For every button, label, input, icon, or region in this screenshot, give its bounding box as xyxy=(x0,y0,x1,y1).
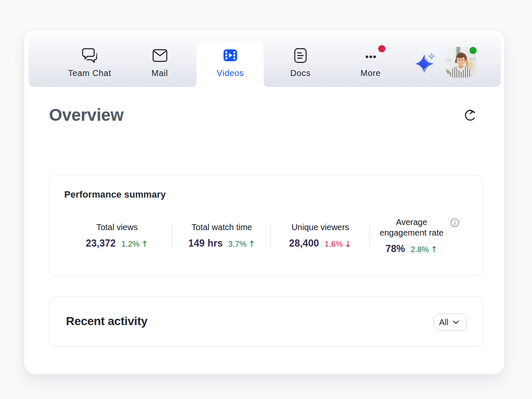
page-title: Overview xyxy=(49,106,123,124)
metric-value-row: 28,400 1.6% ↓ xyxy=(289,238,352,249)
change-percent: 1.2% xyxy=(121,239,139,249)
activity-filter-dropdown[interactable]: All xyxy=(434,314,467,331)
app-window: Team Chat Mail xyxy=(24,30,505,374)
up-arrow-icon: ↑ xyxy=(248,240,255,248)
metric-label: Total views xyxy=(96,222,138,233)
metric-change: 3.7% ↑ xyxy=(228,239,255,249)
tab-flare-left xyxy=(192,83,196,87)
metric-value: 78% xyxy=(385,243,405,255)
metric-value-row: 23,372 1.2% ↑ xyxy=(86,238,148,249)
performance-summary-title: Performance summary xyxy=(64,189,166,200)
metric-label: Average engagement rate xyxy=(376,217,447,238)
metric-change: 2.8% ↑ xyxy=(411,245,438,254)
online-status-dot xyxy=(469,47,477,54)
tab-docs[interactable]: Docs xyxy=(271,47,330,87)
ellipsis-icon xyxy=(363,47,379,64)
tab-label: Team Chat xyxy=(68,68,111,78)
metric-value-row: 78% 2.8% ↑ xyxy=(385,243,437,255)
tab-videos[interactable]: Videos xyxy=(201,47,260,87)
screen: Team Chat Mail xyxy=(0,0,532,399)
metric-value: 23,372 xyxy=(86,238,116,249)
tab-more[interactable]: More xyxy=(341,47,400,87)
metric-label: Unique viewers xyxy=(292,222,349,233)
tab-label: Mail xyxy=(151,68,168,78)
recent-activity-card: Recent activity All xyxy=(49,296,483,347)
document-icon xyxy=(293,47,308,64)
filter-label: All xyxy=(439,318,448,327)
up-arrow-icon: ↑ xyxy=(141,240,148,248)
refresh-button[interactable] xyxy=(464,109,477,122)
notification-badge xyxy=(378,45,385,52)
ai-sparkle-icon xyxy=(413,51,437,75)
tab-mail[interactable]: Mail xyxy=(130,47,189,87)
metric-value-row: 149 hrs 3.7% ↑ xyxy=(188,238,255,249)
up-arrow-icon: ↑ xyxy=(431,245,438,253)
metric-change: 1.2% ↑ xyxy=(121,239,148,249)
metric-value: 149 hrs xyxy=(188,238,223,249)
ai-assistant-button[interactable] xyxy=(413,51,437,75)
metric-change: 1.6% ↓ xyxy=(325,239,352,249)
recent-activity-title: Recent activity xyxy=(66,314,147,328)
info-circle-icon xyxy=(450,218,459,227)
envelope-icon xyxy=(152,47,168,64)
change-percent: 3.7% xyxy=(228,239,246,249)
video-film-icon xyxy=(223,47,237,64)
tab-label: Videos xyxy=(217,68,244,78)
performance-summary-card: Performance summary Total views 23,372 1… xyxy=(49,175,483,276)
change-percent: 1.6% xyxy=(325,239,343,249)
info-icon[interactable] xyxy=(450,218,459,227)
tab-label: More xyxy=(360,68,381,78)
metric-value: 28,400 xyxy=(289,238,319,249)
refresh-icon xyxy=(464,109,477,122)
metric-label: Total watch time xyxy=(191,222,252,233)
tab-team-chat[interactable]: Team Chat xyxy=(60,47,119,87)
chevron-down-icon xyxy=(453,320,459,324)
chat-bubbles-icon xyxy=(81,47,98,64)
change-percent: 2.8% xyxy=(411,245,429,254)
tab-label: Docs xyxy=(290,68,311,78)
tab-flare-right xyxy=(264,83,268,87)
